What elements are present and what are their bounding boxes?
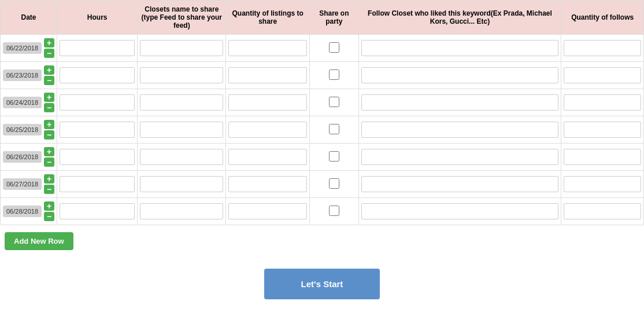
- share-on-party-checkbox[interactable]: [329, 42, 339, 53]
- row-controls: + −: [44, 93, 54, 112]
- add-time-button[interactable]: +: [44, 65, 54, 75]
- follow-closet-cell: [358, 35, 561, 62]
- row-controls: + −: [44, 147, 54, 167]
- share-on-party-checkbox[interactable]: [329, 206, 339, 216]
- quantity-follows-cell: [561, 144, 644, 171]
- bottom-section: Let's Start: [0, 257, 644, 311]
- quantity-follows-input[interactable]: [564, 149, 641, 165]
- date-label: 06/22/2018: [3, 42, 42, 54]
- table-row: 06/26/2018 + −: [1, 144, 644, 171]
- share-on-party-cell: [310, 144, 359, 171]
- closets-cell: [138, 35, 226, 62]
- follow-closet-input[interactable]: [361, 40, 559, 56]
- hours-input[interactable]: [60, 67, 135, 83]
- share-on-party-checkbox[interactable]: [329, 124, 339, 134]
- follow-closet-input[interactable]: [361, 67, 559, 83]
- share-on-party-checkbox[interactable]: [329, 69, 339, 80]
- quantity-listings-input[interactable]: [228, 40, 307, 56]
- follow-closet-cell: [358, 89, 561, 116]
- quantity-listings-input[interactable]: [228, 203, 307, 219]
- hours-input[interactable]: [60, 203, 135, 219]
- share-on-party-cell: [310, 89, 359, 116]
- table-row: 06/22/2018 + −: [1, 35, 644, 62]
- closets-input[interactable]: [140, 94, 223, 111]
- remove-time-button[interactable]: −: [44, 157, 54, 167]
- hours-input[interactable]: [60, 122, 135, 138]
- share-on-party-checkbox[interactable]: [329, 178, 339, 189]
- quantity-follows-input[interactable]: [564, 94, 641, 111]
- closets-cell: [138, 144, 226, 171]
- add-time-button[interactable]: +: [44, 93, 54, 102]
- add-time-button[interactable]: +: [44, 38, 54, 47]
- remove-time-button[interactable]: −: [44, 185, 54, 194]
- hours-input[interactable]: [60, 94, 135, 111]
- closets-input[interactable]: [140, 176, 223, 192]
- quantity-listings-input[interactable]: [228, 176, 307, 192]
- hours-input[interactable]: [60, 176, 135, 192]
- quantity-follows-input[interactable]: [564, 203, 641, 219]
- quantity-listings-input[interactable]: [228, 149, 307, 165]
- closets-input[interactable]: [140, 40, 223, 56]
- quantity-follows-cell: [561, 35, 644, 62]
- quantity-follows-cell: [561, 198, 644, 225]
- remove-time-button[interactable]: −: [44, 103, 54, 112]
- share-on-party-checkbox[interactable]: [329, 97, 339, 107]
- quantity-follows-input[interactable]: [564, 176, 641, 192]
- closets-input[interactable]: [140, 67, 223, 83]
- closets-cell: [138, 89, 226, 116]
- follow-closet-cell: [358, 144, 561, 171]
- hours-input[interactable]: [60, 40, 135, 56]
- date-label: 06/27/2018: [3, 178, 42, 190]
- quantity-listings-input[interactable]: [228, 94, 307, 111]
- follow-closet-input[interactable]: [361, 203, 559, 219]
- remove-time-button[interactable]: −: [44, 76, 54, 85]
- hours-cell: [57, 198, 138, 225]
- quantity-listings-cell: [226, 35, 310, 62]
- hours-input[interactable]: [60, 149, 135, 165]
- quantity-listings-cell: [226, 144, 310, 171]
- add-time-button[interactable]: +: [44, 174, 54, 184]
- quantity-follows-cell: [561, 89, 644, 116]
- remove-time-button[interactable]: −: [44, 130, 54, 140]
- quantity-follows-input[interactable]: [564, 122, 641, 138]
- date-cell: 06/28/2018 + −: [1, 198, 57, 225]
- schedule-table-container: Date Hours Closets name to share(type Fe…: [0, 0, 644, 225]
- quantity-follows-input[interactable]: [564, 67, 641, 83]
- lets-start-button[interactable]: Let's Start: [264, 269, 380, 299]
- share-on-party-checkbox[interactable]: [329, 151, 339, 162]
- follow-closet-input[interactable]: [361, 122, 559, 138]
- date-cell: 06/22/2018 + −: [1, 35, 57, 62]
- add-time-button[interactable]: +: [44, 147, 54, 156]
- quantity-listings-input[interactable]: [228, 67, 307, 83]
- table-row: 06/24/2018 + −: [1, 89, 644, 116]
- share-on-party-cell: [310, 62, 359, 89]
- add-time-button[interactable]: +: [44, 120, 54, 129]
- header-share-on-party: Share on party: [310, 1, 359, 35]
- share-on-party-cell: [310, 198, 359, 225]
- share-on-party-cell: [310, 171, 359, 198]
- row-controls: + −: [44, 201, 54, 221]
- quantity-follows-cell: [561, 171, 644, 198]
- add-time-button[interactable]: +: [44, 201, 54, 211]
- quantity-follows-cell: [561, 116, 644, 144]
- hours-cell: [57, 62, 138, 89]
- closets-input[interactable]: [140, 203, 223, 219]
- follow-closet-cell: [358, 198, 561, 225]
- follow-closet-input[interactable]: [361, 149, 559, 165]
- quantity-listings-input[interactable]: [228, 122, 307, 138]
- date-cell: 06/25/2018 + −: [1, 116, 57, 144]
- follow-closet-input[interactable]: [361, 176, 559, 192]
- closets-input[interactable]: [140, 149, 223, 165]
- quantity-listings-cell: [226, 198, 310, 225]
- row-controls: + −: [44, 65, 54, 85]
- table-row: 06/27/2018 + −: [1, 171, 644, 198]
- remove-time-button[interactable]: −: [44, 49, 54, 58]
- quantity-follows-input[interactable]: [564, 40, 641, 56]
- date-label: 06/26/2018: [3, 151, 42, 163]
- follow-closet-input[interactable]: [361, 94, 559, 111]
- closets-input[interactable]: [140, 122, 223, 138]
- remove-time-button[interactable]: −: [44, 212, 54, 221]
- add-new-row-button[interactable]: Add New Row: [5, 232, 73, 250]
- follow-closet-cell: [358, 171, 561, 198]
- table-header-row: Date Hours Closets name to share(type Fe…: [1, 1, 644, 35]
